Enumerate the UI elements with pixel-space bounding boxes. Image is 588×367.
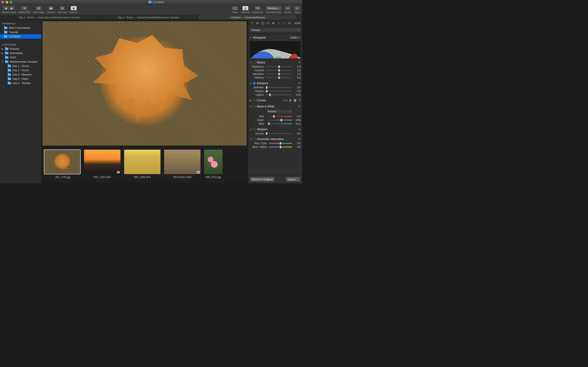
ca-checkbox[interactable] — [253, 138, 256, 141]
tab-2-0-demo[interactable]: 2.0 Demo — /Users/nik/Pictures — [198, 15, 297, 20]
thumbnail[interactable]: _MG_7187.jpg — [44, 150, 80, 182]
share-icon[interactable]: ⇪ — [250, 21, 254, 25]
deepen-slider[interactable] — [266, 90, 292, 92]
disclosure-icon[interactable]: ▼ — [2, 60, 4, 63]
reset-icon[interactable]: ↺ — [298, 99, 301, 102]
disclosure-icon[interactable]: ▼ — [250, 128, 252, 131]
reset-icon[interactable]: ↺ — [298, 105, 301, 108]
presets-select[interactable]: Presets — [249, 27, 301, 33]
thumbnail[interactable]: ⇆ DSC01052.ARW — [164, 150, 200, 182]
forward-button[interactable]: ▶ — [9, 6, 15, 10]
auto-luma-icon[interactable] — [290, 99, 292, 102]
back-button[interactable]: ◀ — [3, 6, 9, 10]
tab-day1-rome[interactable]: Day 1 - Rome — /Users/Shared/Mediterrane… — [0, 15, 99, 20]
sharpen-checkbox[interactable] — [253, 128, 256, 131]
bw-blue-slider[interactable] — [266, 122, 292, 125]
curves-checkbox[interactable] — [253, 99, 256, 102]
locations-header: LOCATIONS — [0, 42, 41, 47]
bw-presets-select[interactable]: Presets — [266, 109, 293, 114]
info-icon[interactable]: ⓘ — [266, 21, 270, 25]
sharpen-amount-slider[interactable] — [266, 132, 292, 135]
crop-icon[interactable]: ◱ — [261, 21, 265, 25]
sidebar-item-pictures[interactable]: ▶Pictures — [0, 47, 41, 51]
tab-day2-rome[interactable]: Day 2 - Rome — /Users/Shared/Mediterrane… — [99, 15, 198, 20]
thumbnail-size-value: Medium — [268, 7, 277, 10]
ca-rc-slider[interactable] — [269, 142, 292, 145]
sidebar-item-transfer[interactable]: Transfer — [0, 30, 41, 34]
export-button[interactable]: Export… — [286, 177, 301, 182]
sidebar-item-day3-messina[interactable]: Day 3 - Messina — [0, 72, 41, 77]
thumbnail-size-select[interactable]: Medium — [266, 6, 281, 10]
enhance-checkbox[interactable]: ✓ — [253, 82, 256, 85]
reset-icon[interactable]: ↺ — [298, 82, 301, 85]
new-tab-label: New Tab — [58, 11, 67, 13]
sharpen-amount-label: Amount: — [250, 132, 264, 135]
sidebar-item-2018[interactable]: 2018 — [0, 55, 41, 59]
bw-blue-value: 0.11 — [294, 122, 301, 125]
bw-checkbox[interactable] — [253, 105, 256, 108]
raws-only-button[interactable]: ⏷ — [21, 6, 28, 10]
ca-by-slider[interactable] — [269, 146, 292, 149]
saturation-slider[interactable] — [266, 73, 292, 75]
quicklook-button[interactable]: 👁 — [255, 6, 261, 10]
thumbnail[interactable]: R DSC_0322.NEF — [84, 150, 121, 182]
reset-icon[interactable]: ↺ — [298, 137, 301, 141]
reset-icon[interactable]: ↺ — [298, 61, 301, 64]
basics-checkbox[interactable] — [253, 61, 256, 64]
revert-button[interactable]: Revert to Original — [250, 177, 275, 182]
auto-rgb-icon[interactable] — [294, 99, 296, 102]
sidebar-item-2-0-demo[interactable]: 2.0 Demo — [0, 34, 41, 39]
new-tab-button[interactable]: ⊞ — [59, 6, 65, 10]
disclosure-icon[interactable]: ▶ — [250, 99, 252, 101]
disclosure-icon[interactable]: ▼ — [250, 105, 252, 108]
contrast-slider[interactable] — [266, 69, 292, 72]
filmstrip[interactable]: _MG_7187.jpg R DSC_0322.NEF IMG_1099.JPG… — [41, 147, 248, 184]
disclosure-icon[interactable]: ▼ — [250, 36, 252, 39]
sidebar-item-day5-rhodes[interactable]: Day 5 - Rhodes — [0, 81, 41, 85]
disclosure-icon[interactable]: ▼ — [250, 82, 252, 84]
disclosure-icon[interactable]: ▼ — [250, 61, 252, 64]
lighten-slider[interactable] — [266, 93, 292, 96]
thumbnail[interactable]: IMG_1099.JPG — [124, 150, 160, 182]
definition-slider[interactable] — [266, 86, 292, 89]
viewer-button[interactable]: ▭ — [285, 6, 291, 10]
disclosure-icon[interactable]: ▶ — [2, 52, 4, 54]
compare-icon[interactable]: ⇄ — [255, 21, 259, 25]
add-folder-button[interactable]: ⊞ — [35, 6, 42, 10]
close-window-button[interactable] — [2, 1, 4, 3]
favorite-button[interactable]: ▣ — [48, 6, 54, 10]
folder-icon — [4, 35, 7, 38]
maximize-window-button[interactable] — [10, 1, 12, 3]
folder-icon — [8, 65, 11, 67]
reset-icon[interactable]: ↺ — [298, 128, 301, 131]
sidebar-item-day1-rome[interactable]: Day 1 - Rome — [0, 64, 41, 68]
sidebar-item-miras-gymnastics[interactable]: Mira's Gymnastics — [0, 26, 41, 30]
sidebar-item-day2-rome[interactable]: Day 2 - Rome — [0, 68, 41, 72]
tasks-group: ◯ Tasks — [232, 6, 238, 13]
vibrancy-slider[interactable] — [266, 76, 292, 79]
bw-red-slider[interactable] — [266, 115, 292, 118]
minimize-window-button[interactable] — [6, 1, 8, 3]
histogram-mode-select[interactable]: Luma — [289, 35, 301, 40]
browser-button[interactable]: ▦ — [71, 6, 77, 10]
panel-scroll[interactable]: ▼ Histogram Luma ▼ — [248, 34, 302, 175]
bw-green-slider[interactable] — [266, 119, 292, 122]
image-preview[interactable] — [41, 20, 248, 147]
brightness-slider[interactable] — [266, 65, 292, 68]
sidebar-item-mediterranean-vacation[interactable]: ▼Mediterranean Vacation — [0, 59, 41, 64]
disclosure-icon[interactable]: ▶ — [2, 48, 4, 50]
zoom-fit-icon[interactable]: ⊙ — [287, 21, 291, 25]
done-button[interactable]: ≡ — [294, 6, 300, 10]
tasks-button[interactable]: ◯ — [232, 6, 238, 10]
info-edit-button[interactable]: ▥ — [242, 6, 249, 10]
zoom-in-icon[interactable]: ⊕ — [271, 21, 276, 25]
disclosure-icon[interactable]: ▼ — [250, 138, 252, 140]
zoom-out-icon[interactable]: ⊖ — [277, 21, 281, 25]
thumbnail[interactable]: IMG_9132.jpg — [204, 150, 223, 182]
sidebar-item-downloads[interactable]: ▶Downloads — [0, 51, 41, 55]
thumbnail-image — [44, 150, 80, 174]
zoom-100-icon[interactable]: ⊚ — [282, 21, 286, 25]
tab-add-button[interactable]: + — [297, 15, 302, 20]
sidebar-item-day4-delos[interactable]: Day 4 - Delos — [0, 77, 41, 81]
saturation-label: Saturation: — [250, 73, 264, 75]
